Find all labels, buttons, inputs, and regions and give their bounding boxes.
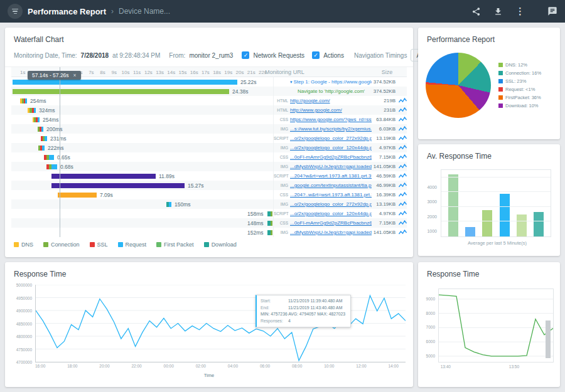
waterfall-row[interactable]: 24.38sNavigate to 'http://google.com'374… [11,87,407,96]
waterfall-row[interactable]: 222msIMG...o/2x/googlelogo_color_120x44d… [11,143,407,152]
monitoring-url-link[interactable]: ...o/2x/googlelogo_color_120x44dp.png [290,145,372,151]
chevron-down-icon[interactable]: ▾ [290,80,293,85]
y-axis-tick-label: 2000 [427,215,437,219]
response-trend-icon[interactable] [398,192,407,198]
more-options-button[interactable]: ⋮ [515,6,525,17]
response-trend-icon[interactable] [398,183,407,189]
response-trend-icon[interactable] [398,135,407,142]
response-trend-icon[interactable] [398,230,407,236]
response-trend-icon[interactable] [398,117,407,123]
actions-label[interactable]: Actions [323,52,344,59]
waterfall-row[interactable]: 0.68sIMG...dMysbWxpU-lxJeg/cb=gapi.loade… [11,162,407,171]
waterfall-row[interactable]: 152msIMG...dMysbWxpU-lxJeg/cb=gapi.loade… [11,228,407,237]
network-requests-label[interactable]: Network Requests [253,52,304,59]
tooltip-stats: MIN: 4757236 AVG: 4794057 MAX: 4827023 [261,311,345,318]
monitoring-url-link[interactable]: https://www.google.com/?gws_rd=ssl [290,117,372,122]
waterfall-bar-cell: 200ms [11,124,274,134]
response-trend-icon[interactable] [398,98,407,104]
axis-tick-label: 13s [156,70,164,75]
response-trend-icon[interactable] [398,220,407,226]
waterfall-bar [267,221,272,226]
legend-swatch [14,242,19,247]
pie-wrap: DNS: 12%Connection: 16%SSL: 23%Request: … [418,48,560,123]
menu-button[interactable] [8,4,23,19]
monitoring-url-link[interactable]: ...dMysbWxpU-lxJeg/cb=gapi.loaded_0 [290,164,372,169]
resource-type-label: SCRIPT [274,136,290,140]
waterfall-row[interactable]: 231msSCRIPT...o/2x/googlelogo_color_272x… [11,134,407,143]
monitoring-url-link[interactable]: ...0oFI-mAmrGg9d2pZRBcPbacbnz6iNg [290,154,372,160]
monitoring-url-link[interactable]: ...204?w&rt=wsrt.1973.aft.1381.prt.3964 [290,173,372,179]
waterfall-row[interactable]: 254msCSShttps://www.google.com/?gws_rd=s… [11,115,407,124]
pie-legend-item: DNS: 12% [498,62,541,68]
avg-bars-plot [441,169,551,237]
performance-report-card: Performance Report DNS: 12%Connection: 1… [418,28,560,139]
waterfall-row[interactable]: 148msCSS...0oFI-mAmrGg9d2pZRBcPbacbnz6iN… [11,218,407,228]
waterfall-row[interactable]: 324msHTMLhttp://www.google.com/231B [11,105,407,115]
response-trend-icon[interactable] [398,154,407,161]
actions-checkbox[interactable]: ✓ [312,51,320,59]
monitoring-url-link[interactable]: ...o/2x/googlelogo_color_120x44dp.png [290,211,372,216]
monitoring-url-link[interactable]: http://www.google.com/ [290,107,372,113]
response-trend-icon[interactable] [398,173,407,179]
monitoring-url-link[interactable]: ...dMysbWxpU-lxJeg/cb=gapi.loaded_0 [290,230,372,235]
axis-tick-label: 20s [236,70,244,75]
monitoring-url-link[interactable]: ...o/2x/googlelogo_color_272x92dp.png [290,135,372,141]
axis-tick-label: 1s [20,70,25,75]
response-trend-icon[interactable] [398,201,407,208]
response-small-wrap: 50006000700080009000 [438,289,554,363]
monitoring-url-link[interactable]: ...o/2x/googlelogo_color_272x92dp.png [290,201,372,207]
monitoring-url-link[interactable]: ...0oFI-mAmrGg9d2pZRBcPbacbnz6iNg [290,220,372,226]
waterfall-title: Waterfall Chart [5,28,413,48]
column-header-url[interactable]: Monitoring URL [262,67,382,77]
bar-duration-label: 231ms [50,135,67,142]
feedback-button[interactable] [547,6,557,16]
waterfall-bar [267,230,272,235]
monitoring-url-link[interactable]: ...s://www.tut.by/scripts/by2/xgemius.js [290,126,372,132]
column-header-size[interactable]: Size [382,67,407,77]
response-trend-icon[interactable] [398,164,407,170]
response-trend-icon[interactable] [398,211,407,217]
resource-size: 7.15KB [372,154,398,160]
monitoring-url-link[interactable]: Navigate to 'http://google.com' [290,88,372,94]
response-trend-icon[interactable] [398,145,407,151]
waterfall-row[interactable]: 11.89sSCRIPT...204?w&rt=wsrt.1973.aft.13… [11,171,407,181]
bar [500,194,510,236]
legend-label: Connection [51,241,80,248]
from-value: monitor 2_rum3 [189,52,233,59]
waterfall-row[interactable]: 7.09sCSS...204?..w&rt=wsrt.1973.aft.1381… [11,190,407,199]
share-button[interactable] [471,7,481,16]
check-icon: ✓ [244,52,249,58]
bar-duration-label: 25.22s [240,79,257,85]
network-requests-checkbox[interactable]: ✓ [242,51,249,59]
response-trend-icon[interactable] [398,107,407,114]
breadcrumb-device[interactable]: Device Name... [119,7,170,16]
waterfall-row[interactable]: 150msIMG...o/2x/googlelogo_color_272x92d… [11,199,407,209]
legend-label: FirstPacket: 36% [505,95,541,100]
download-button[interactable] [493,7,503,16]
monitoring-url-link[interactable]: ...google.com/textinputassistant/tia.png [290,183,372,188]
legend-swatch [498,63,503,67]
resource-type-label: CSS [274,193,290,197]
resource-size: 46.59KB [372,173,398,179]
waterfall-row[interactable]: 0.65sCSS...0oFI-mAmrGg9d2pZRBcPbacbnz6iN… [11,152,407,162]
waterfall-row[interactable]: 15.27sIMG...google.com/textinputassistan… [11,181,407,190]
monitoring-url-link[interactable]: http://google.com/ [290,98,372,103]
close-icon[interactable]: × [73,72,77,78]
axis-tick-label: 16s [190,70,198,75]
monitoring-url-link[interactable]: ▾Step 1: Google - https://www.google.com… [290,79,372,85]
y-axis-tick-label: 8000 [426,311,435,315]
chart-tooltip: Start:11/21/2019 11:39:40.480 AM End:11/… [256,295,351,327]
waterfall-row[interactable]: 254msHTMLhttp://google.com/219B [11,96,407,105]
tooltip-responses-value: 4 [288,318,291,325]
monitoring-url-link[interactable]: ...204?..w&rt=wsrt.1973.aft.1381.prt.396… [290,192,372,198]
bar-duration-label: 0.68s [60,164,73,170]
waterfall-row[interactable]: 200msIMG...s://www.tut.by/scripts/by2/xg… [11,124,407,134]
from-label: From: [169,52,185,59]
bar [465,227,475,236]
resource-size: 4.97KB [372,211,398,216]
waterfall-row[interactable]: 158msSCRIPT...o/2x/googlelogo_color_120x… [11,209,407,218]
tooltip-end-label: End: [261,305,286,312]
response-trend-icon[interactable] [398,126,407,132]
waterfall-bar [58,193,97,198]
bar-duration-label: 254ms [43,117,59,123]
